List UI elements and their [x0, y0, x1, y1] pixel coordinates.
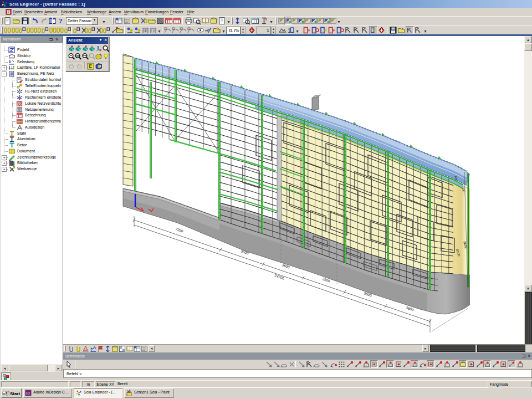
svg-text:?: ? — [59, 17, 63, 25]
svg-text:24700: 24700 — [274, 273, 285, 280]
svg-text:7200: 7200 — [175, 227, 184, 233]
svg-text:Id: Id — [26, 391, 30, 396]
svg-text:?: ? — [265, 18, 267, 22]
